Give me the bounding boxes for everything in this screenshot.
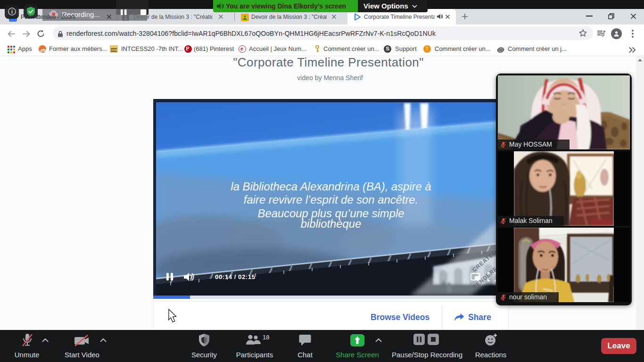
svg-text:faire revivre l’esprit de son: faire revivre l’esprit de son ancêtre. (244, 193, 418, 206)
svg-text:bibliothèque: bibliothèque (301, 217, 361, 230)
svg-text:la Bibliotheca Alexandrina (BA: la Bibliotheca Alexandrina (BA), aspire … (231, 180, 431, 193)
svg-text:00:14 / 02:15: 00:14 / 02:15 (215, 273, 256, 280)
